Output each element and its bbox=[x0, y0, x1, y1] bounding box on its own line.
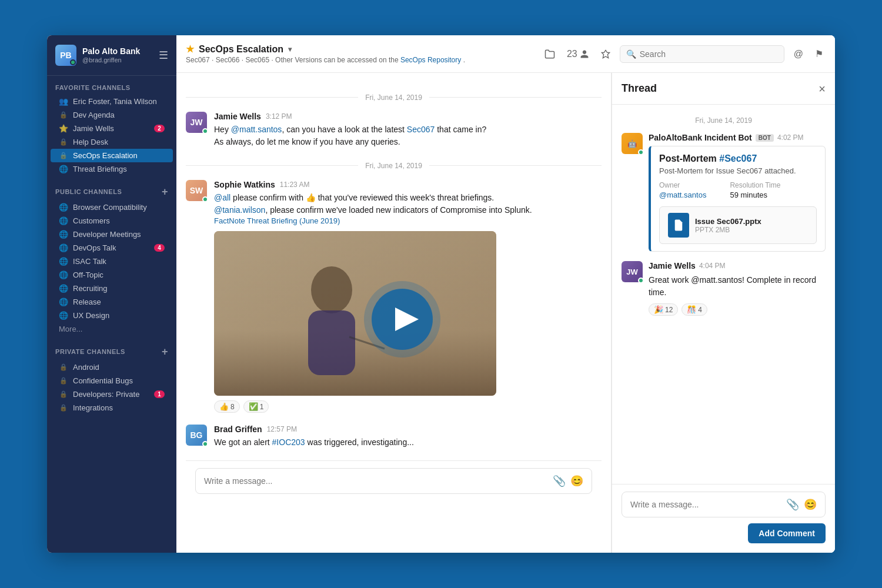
globe-icon: 🌐 bbox=[59, 203, 68, 212]
sidebar-item-customers[interactable]: 🌐 Customers bbox=[51, 214, 173, 228]
messages-thread-container: Fri, June 14, 2019 JW Jamie Wells 3:12 P… bbox=[176, 73, 835, 553]
sidebar-item-label: Off-Topic bbox=[73, 270, 165, 279]
sidebar-item-label: Confidential Bugs bbox=[73, 376, 165, 385]
sidebar-user[interactable]: PB Palo Alto Bank @brad.griffen bbox=[55, 45, 140, 66]
sidebar-item-android[interactable]: 🔒 Android bbox=[51, 360, 173, 374]
reaction-checkmark[interactable]: ✅ 1 bbox=[243, 400, 269, 413]
star-icon: ⭐ bbox=[59, 124, 68, 133]
mention[interactable]: @matt.santos bbox=[691, 275, 742, 285]
more-channels-link[interactable]: More... bbox=[51, 322, 173, 336]
sidebar-item-label: Recruiting bbox=[73, 284, 165, 293]
file-meta: PPTX 2MB bbox=[695, 226, 761, 234]
channel-title-area: ★ SecOps Escalation ▾ Sec067 · Sec066 · … bbox=[186, 44, 536, 64]
thread-reaction-celebration[interactable]: 🎊 4 bbox=[681, 303, 707, 316]
message: BG Brad Griffen 12:57 PM We got an alert… bbox=[186, 425, 602, 449]
reaction-thumbsup[interactable]: 👍 8 bbox=[214, 400, 240, 413]
sidebar-item-off-topic[interactable]: 🌐 Off-Topic bbox=[51, 268, 173, 282]
thread-message: 🤖 PaloAltoBank Incident Bot BOT 4:02 PM bbox=[622, 133, 826, 252]
thread-close-button[interactable]: × bbox=[818, 83, 826, 95]
add-comment-button[interactable]: Add Comment bbox=[748, 523, 826, 543]
sidebar-item-ux-design[interactable]: 🌐 UX Design bbox=[51, 309, 173, 322]
file-icon bbox=[668, 213, 689, 238]
main-content: ★ SecOps Escalation ▾ Sec067 · Sec066 · … bbox=[176, 35, 835, 553]
avatar: JW bbox=[186, 112, 207, 133]
sidebar-item-developer-meetings[interactable]: 🌐 Developer Meetings bbox=[51, 228, 173, 241]
owner-value[interactable]: @matt.santos bbox=[659, 191, 706, 199]
mention[interactable]: #IOC203 bbox=[272, 437, 305, 447]
file-attachment-card[interactable]: Issue Sec067.pptx PPTX 2MB bbox=[659, 206, 817, 244]
thread-author: PaloAltoBank Incident Bot bbox=[649, 133, 752, 142]
resolution-label: Resolution Time bbox=[730, 181, 780, 189]
message-input[interactable] bbox=[204, 476, 548, 486]
thread-message: JW Jamie Wells 4:04 PM Great work @matt.… bbox=[622, 261, 826, 316]
public-channels-header: PUBLIC CHANNELS bbox=[55, 188, 122, 195]
owner-label: Owner bbox=[659, 181, 706, 189]
sidebar-item-isac-talk[interactable]: 🌐 ISAC Talk bbox=[51, 255, 173, 268]
sidebar-item-help-desk[interactable]: 🔒 Help Desk bbox=[51, 135, 173, 149]
globe-icon: 🌐 bbox=[59, 243, 68, 252]
sidebar-item-devops-talk[interactable]: 🌐 DevOps Talk 4 bbox=[51, 241, 173, 255]
attachment-button[interactable]: 📎 bbox=[553, 475, 566, 487]
message-time: 11:23 AM bbox=[280, 181, 310, 189]
sidebar-item-label: Dev Agenda bbox=[73, 111, 165, 119]
topbar: ★ SecOps Escalation ▾ Sec067 · Sec066 · … bbox=[176, 35, 835, 73]
svg-rect-3 bbox=[308, 310, 355, 375]
thread-title: Thread bbox=[622, 82, 657, 95]
link[interactable]: Sec067 bbox=[407, 125, 435, 134]
topbar-actions: 23 🔍 @ ⚑ bbox=[542, 45, 826, 63]
search-box[interactable]: 🔍 bbox=[620, 45, 784, 63]
thread-attachment-button[interactable]: 📎 bbox=[786, 498, 799, 511]
thread-text: Great work @matt.santos! Complete in rec… bbox=[649, 274, 826, 299]
thread-reaction-party[interactable]: 🎉 12 bbox=[649, 303, 678, 316]
sidebar: PB Palo Alto Bank @brad.griffen ☰ FAVORI… bbox=[47, 35, 176, 553]
add-public-channel-button[interactable]: + bbox=[162, 186, 168, 197]
folder-icon-button[interactable] bbox=[542, 46, 557, 62]
channel-name: SecOps Escalation bbox=[199, 44, 283, 55]
date-divider: Fri, June 14, 2019 bbox=[186, 92, 602, 102]
sidebar-item-dev-agenda[interactable]: 🔒 Dev Agenda bbox=[51, 108, 173, 122]
secops-repository-link[interactable]: SecOps Repository bbox=[400, 56, 461, 64]
hash-link[interactable]: #Sec067 bbox=[719, 153, 757, 163]
globe-icon: 🌐 bbox=[59, 298, 68, 306]
sidebar-item-browser-compatibility[interactable]: 🌐 Browser Compatibility bbox=[51, 201, 173, 214]
sidebar-item-secops-escalation[interactable]: 🔒 SecOps Escalation bbox=[51, 149, 173, 162]
thread-panel: Thread × Fri, June 14, 2019 🤖 bbox=[612, 73, 835, 553]
thread-reactions: 🎉 12 🎊 4 bbox=[649, 303, 826, 316]
sidebar-item-confidential-bugs[interactable]: 🔒 Confidential Bugs bbox=[51, 374, 173, 387]
chevron-down-icon[interactable]: ▾ bbox=[288, 45, 292, 54]
sidebar-item-developers-private[interactable]: 🔒 Developers: Private 1 bbox=[51, 387, 173, 401]
sidebar-item-jamie-wells[interactable]: ⭐ Jamie Wells 2 bbox=[51, 122, 173, 135]
date-divider-2: Fri, June 14, 2019 bbox=[186, 160, 602, 171]
thread-input-box: 📎 😊 bbox=[622, 492, 826, 517]
post-mortem-card: Post-Mortem #Sec067 Post-Mortem for Issu… bbox=[649, 146, 826, 252]
online-dot bbox=[202, 196, 208, 202]
sidebar-item-label: Integrations bbox=[73, 403, 165, 412]
sidebar-item-integrations[interactable]: 🔒 Integrations bbox=[51, 401, 173, 415]
menu-icon[interactable]: ☰ bbox=[159, 49, 168, 62]
mention[interactable]: @matt.santos bbox=[231, 125, 282, 134]
thread-messages: Fri, June 14, 2019 🤖 PaloAltoBank Incide… bbox=[612, 105, 835, 484]
search-input[interactable] bbox=[640, 49, 778, 59]
messages-area: Fri, June 14, 2019 JW Jamie Wells 3:12 P… bbox=[176, 73, 612, 553]
pin-icon-button[interactable] bbox=[599, 47, 613, 61]
public-channels-section: PUBLIC CHANNELS + 🌐 Browser Compatibilit… bbox=[47, 178, 176, 338]
emoji-button[interactable]: 😊 bbox=[570, 475, 583, 487]
sidebar-item-release[interactable]: 🌐 Release bbox=[51, 295, 173, 309]
members-button[interactable]: 23 bbox=[564, 46, 592, 62]
add-private-channel-button[interactable]: + bbox=[162, 346, 168, 357]
mention[interactable]: @all bbox=[214, 193, 230, 202]
sidebar-item-recruiting[interactable]: 🌐 Recruiting bbox=[51, 282, 173, 295]
flag-button[interactable]: ⚑ bbox=[813, 46, 826, 62]
mention[interactable]: @tania.wilson bbox=[214, 205, 265, 215]
thread-emoji-button[interactable]: 😊 bbox=[804, 498, 817, 511]
thread-message-input[interactable] bbox=[630, 500, 781, 509]
thread-time: 4:04 PM bbox=[699, 262, 726, 270]
message-text: Hey @matt.santos, can you have a look at… bbox=[214, 123, 602, 148]
message-input-area: 📎 😊 bbox=[186, 460, 602, 503]
file-link[interactable]: FactNote Threat Briefing (June 2019) bbox=[214, 216, 602, 225]
at-button[interactable]: @ bbox=[791, 46, 806, 62]
sidebar-item-threat-briefings[interactable]: 🌐 Threat Briefings bbox=[51, 162, 173, 176]
video-attachment[interactable] bbox=[214, 231, 496, 396]
message-author: Sophie Watkins bbox=[214, 180, 275, 189]
sidebar-item-eric-foster[interactable]: 👥 Eric Foster, Tania Wilson bbox=[51, 95, 173, 108]
